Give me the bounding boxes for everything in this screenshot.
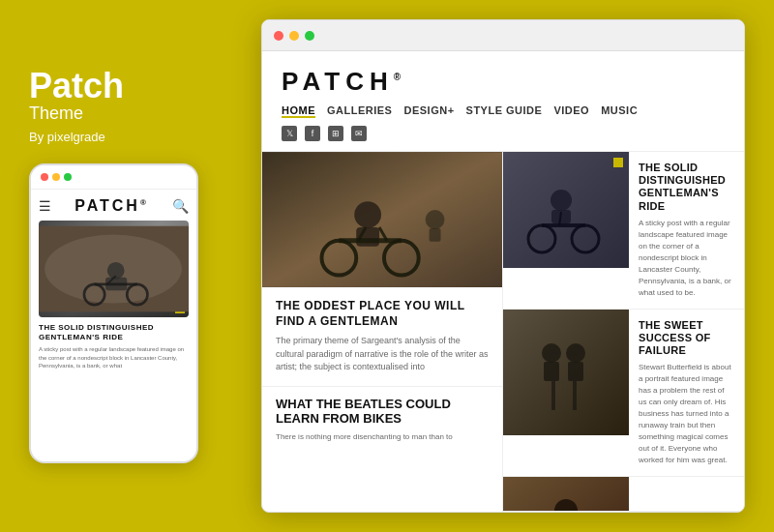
right-post-1: THE SOLID DISTINGUISHED GENTLEMAN'S RIDE… <box>503 152 744 310</box>
mobile-content: ☰ PATCH® 🔍 <box>31 190 196 377</box>
browser-dot-green[interactable] <box>305 31 314 41</box>
right-post-excerpt-1: A sticky post with a regular landscape f… <box>639 218 734 299</box>
mobile-dot-red <box>41 173 48 181</box>
mobile-dot-green <box>64 173 72 181</box>
twitter-icon[interactable]: 𝕏 <box>282 126 297 141</box>
svg-rect-33 <box>551 381 555 410</box>
below-post-title: WHAT THE BEATLES COULD LEARN FROM BIKES <box>276 397 489 427</box>
mobile-post-text: A sticky post with a regular landscape f… <box>39 345 189 369</box>
right-post-2: THE SWEET SUCCESS OF FAILURE Stewart But… <box>503 310 744 478</box>
content-left: THE ODDEST PLACE YOU WILL FIND A GENTLEM… <box>262 152 503 512</box>
content-right: THE SOLID DISTINGUISHED GENTLEMAN'S RIDE… <box>503 152 744 512</box>
svg-point-17 <box>426 210 445 229</box>
nav-music[interactable]: MUSIC <box>601 104 638 118</box>
browser-body: PATCH® HOME GALLERIES DESIGN+ STYLE GUID… <box>262 51 744 512</box>
right-post-3 <box>503 477 744 512</box>
facebook-icon[interactable]: f <box>305 126 320 141</box>
by-line: By pixelgrade <box>29 130 105 144</box>
svg-point-10 <box>354 201 381 228</box>
right-post-image-3 <box>503 477 629 511</box>
mobile-traffic-lights <box>41 173 72 181</box>
site-nav: HOME GALLERIES DESIGN+ STYLE GUIDE VIDEO… <box>282 104 638 118</box>
nav-home[interactable]: HOME <box>282 104 315 118</box>
post-below: WHAT THE BEATLES COULD LEARN FROM BIKES … <box>262 386 502 453</box>
nav-design[interactable]: DESIGN+ <box>403 104 454 118</box>
yellow-dot-1 <box>613 158 623 167</box>
mobile-dot-yellow <box>52 173 60 181</box>
nav-galleries[interactable]: GALLERIES <box>327 104 392 118</box>
browser-toolbar <box>262 20 744 51</box>
right-post-body-3 <box>629 477 744 511</box>
right-post-body-2: THE SWEET SUCCESS OF FAILURE Stewart But… <box>629 310 744 477</box>
browser-mockup: PATCH® HOME GALLERIES DESIGN+ STYLE GUID… <box>261 19 745 513</box>
theme-title: Patch <box>29 69 124 103</box>
svg-rect-34 <box>573 381 577 410</box>
featured-post-excerpt: The primary theme of Sargeant's analysis… <box>276 335 489 374</box>
featured-post-detail: THE ODDEST PLACE YOU WILL FIND A GENTLEM… <box>262 287 502 386</box>
right-post-image-2 <box>503 310 629 435</box>
rss-icon[interactable]: ⊞ <box>328 126 343 141</box>
site-logo: PATCH® <box>282 67 638 97</box>
right-post-title-1: THE SOLID DISTINGUISHED GENTLEMAN'S RIDE <box>639 162 734 213</box>
nav-video[interactable]: VIDEO <box>553 104 589 118</box>
site-logo-area: PATCH® HOME GALLERIES DESIGN+ STYLE GUID… <box>282 67 638 141</box>
site-content: THE ODDEST PLACE YOU WILL FIND A GENTLEM… <box>262 152 744 512</box>
featured-post-title: THE ODDEST PLACE YOU WILL FIND A GENTLEM… <box>276 299 489 329</box>
search-icon[interactable]: 🔍 <box>172 198 189 214</box>
svg-rect-32 <box>568 362 583 381</box>
svg-rect-9 <box>262 153 502 287</box>
mobile-header: ☰ PATCH® 🔍 <box>39 197 189 215</box>
mobile-logo: PATCH® <box>74 197 149 215</box>
right-post-image-1 <box>503 152 629 268</box>
nav-style-guide[interactable]: STYLE GUIDE <box>466 104 543 118</box>
svg-point-31 <box>566 343 585 363</box>
svg-point-21 <box>551 190 572 211</box>
mobile-toolbar <box>31 165 196 190</box>
hamburger-icon[interactable]: ☰ <box>39 198 51 214</box>
below-post-excerpt: There is nothing more disenchanting to m… <box>276 431 489 443</box>
svg-rect-18 <box>430 228 441 242</box>
mobile-mockup: ☰ PATCH® 🔍 <box>29 163 198 463</box>
right-post-title-2: THE SWEET SUCCESS OF FAILURE <box>639 319 734 358</box>
social-icons: 𝕏 f ⊞ ✉ <box>282 126 638 141</box>
left-panel: Patch Theme By pixelgrade ☰ PATCH® 🔍 <box>29 69 223 463</box>
site-header: PATCH® HOME GALLERIES DESIGN+ STYLE GUID… <box>262 51 744 152</box>
right-post-body-1: THE SOLID DISTINGUISHED GENTLEMAN'S RIDE… <box>629 152 744 309</box>
theme-subtitle: Theme <box>29 103 83 124</box>
email-icon[interactable]: ✉ <box>351 126 367 141</box>
mobile-featured-image <box>39 221 189 317</box>
mobile-post-title: THE SOLID DISTINGUISHED GENTLEMAN'S RIDE <box>39 323 189 341</box>
right-post-excerpt-2: Stewart Butterfield is about a portrait … <box>639 362 734 466</box>
svg-rect-30 <box>544 362 559 381</box>
browser-dot-yellow[interactable] <box>289 31 299 41</box>
featured-main-image <box>262 152 502 287</box>
browser-dot-red[interactable] <box>274 31 283 41</box>
svg-rect-28 <box>503 310 629 435</box>
svg-point-29 <box>542 343 561 363</box>
